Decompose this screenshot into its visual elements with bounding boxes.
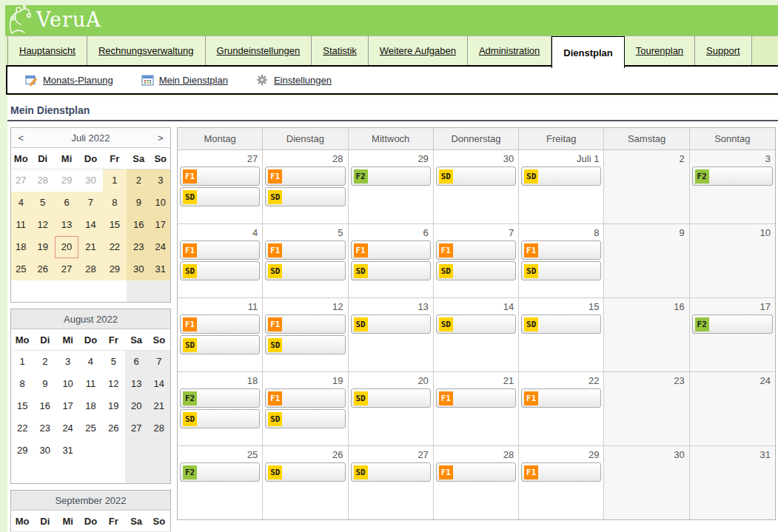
- mini-day-cell[interactable]: 23: [127, 236, 150, 258]
- shift-entry[interactable]: F2: [692, 314, 773, 334]
- shift-entry[interactable]: SD: [265, 462, 345, 482]
- shift-entry[interactable]: SD: [265, 261, 345, 280]
- shift-entry[interactable]: SD: [265, 335, 345, 354]
- mini-day-cell[interactable]: 23: [33, 417, 56, 440]
- mini-day-cell[interactable]: 22: [11, 417, 34, 440]
- next-month-button[interactable]: >: [151, 128, 171, 148]
- shift-entry[interactable]: F1: [265, 166, 345, 186]
- mini-day-cell[interactable]: 13: [125, 373, 148, 395]
- mini-day-cell[interactable]: 24: [56, 417, 79, 440]
- shift-entry[interactable]: SD: [436, 261, 516, 280]
- mini-day-cell[interactable]: 18: [11, 236, 31, 258]
- shift-entry[interactable]: SD: [265, 187, 345, 206]
- shift-entry[interactable]: F2: [692, 166, 773, 186]
- shift-entry[interactable]: F1: [436, 462, 516, 482]
- shift-entry[interactable]: SD: [351, 388, 431, 408]
- mini-day-cell[interactable]: 20: [125, 395, 148, 417]
- mini-day-cell[interactable]: 1: [103, 169, 127, 192]
- mini-day-cell[interactable]: 4: [79, 351, 102, 373]
- mini-day-cell[interactable]: 12: [102, 373, 125, 395]
- mini-day-cell[interactable]: 5: [102, 351, 125, 373]
- mini-day-cell[interactable]: 22: [103, 236, 127, 258]
- mini-day-cell[interactable]: 16: [127, 214, 150, 236]
- mini-day-cell[interactable]: 27: [11, 169, 31, 192]
- shift-entry[interactable]: F1: [521, 240, 601, 260]
- shift-entry[interactable]: F2: [351, 166, 431, 186]
- mini-day-cell[interactable]: 10: [56, 373, 79, 395]
- mini-day-cell[interactable]: 10: [151, 192, 171, 214]
- tab-support[interactable]: Support: [695, 36, 752, 65]
- mini-day-cell[interactable]: 6: [55, 192, 78, 214]
- mini-day-cell[interactable]: 12: [31, 214, 55, 236]
- shift-entry[interactable]: F1: [265, 240, 345, 260]
- subnav-item-einstellungen[interactable]: Einstellungen: [256, 74, 332, 87]
- tab-hauptansicht[interactable]: Hauptansicht: [7, 36, 87, 65]
- tab-weitere-aufgaben[interactable]: Weitere Aufgaben: [369, 36, 468, 65]
- mini-day-cell[interactable]: 29: [103, 258, 127, 280]
- mini-day-cell[interactable]: 25: [79, 417, 102, 440]
- tab-dienstplan[interactable]: Dienstplan: [551, 36, 624, 68]
- mini-day-cell[interactable]: 7: [78, 192, 102, 214]
- shift-entry[interactable]: SD: [521, 261, 601, 280]
- shift-entry[interactable]: SD: [180, 261, 260, 280]
- mini-day-cell[interactable]: 9: [33, 373, 56, 395]
- tab-grundeinstellungen[interactable]: Grundeinstellungen: [206, 36, 312, 65]
- mini-day-cell[interactable]: 4: [11, 192, 31, 214]
- tab-administration[interactable]: Administration: [468, 36, 551, 65]
- mini-day-cell[interactable]: 18: [79, 395, 102, 417]
- mini-day-cell[interactable]: 27: [125, 417, 148, 440]
- mini-day-cell[interactable]: 21: [148, 395, 171, 417]
- shift-entry[interactable]: F1: [521, 462, 601, 482]
- subnav-item-monats-planung[interactable]: Monats-Planung: [25, 74, 113, 87]
- shift-entry[interactable]: SD: [351, 261, 431, 280]
- mini-day-cell[interactable]: 11: [79, 373, 102, 395]
- mini-day-cell[interactable]: 26: [31, 258, 55, 280]
- mini-day-cell[interactable]: 1: [11, 351, 34, 373]
- mini-day-cell[interactable]: 8: [11, 373, 34, 395]
- shift-entry[interactable]: F1: [436, 240, 516, 260]
- mini-day-cell[interactable]: 15: [11, 395, 34, 417]
- mini-day-cell[interactable]: 28: [78, 258, 102, 280]
- shift-entry[interactable]: SD: [265, 409, 345, 428]
- shift-entry[interactable]: F1: [351, 240, 431, 260]
- shift-entry[interactable]: SD: [436, 166, 516, 186]
- shift-entry[interactable]: F1: [180, 240, 260, 260]
- mini-day-cell[interactable]: 8: [103, 192, 127, 214]
- mini-day-cell[interactable]: 9: [127, 192, 150, 214]
- mini-day-cell[interactable]: 21: [78, 236, 102, 258]
- tab-rechnungsverwaltung[interactable]: Rechnungsverwaltung: [87, 36, 206, 65]
- mini-day-cell[interactable]: 16: [33, 395, 56, 417]
- shift-entry[interactable]: F1: [180, 166, 260, 186]
- tab-statistik[interactable]: Statistik: [312, 36, 369, 65]
- mini-day-today[interactable]: 20: [55, 236, 78, 258]
- mini-day-cell[interactable]: 6: [125, 351, 148, 373]
- mini-day-cell[interactable]: 11: [11, 214, 31, 236]
- subnav-item-mein-dienstplan[interactable]: Mein Dienstplan: [141, 74, 228, 87]
- shift-entry[interactable]: SD: [436, 314, 516, 334]
- mini-day-cell[interactable]: 5: [31, 192, 55, 214]
- mini-day-cell[interactable]: 25: [11, 258, 31, 280]
- mini-day-cell[interactable]: 19: [102, 395, 125, 417]
- tab-tourenplan[interactable]: Tourenplan: [625, 36, 695, 65]
- mini-day-cell[interactable]: 30: [127, 258, 150, 280]
- shift-entry[interactable]: SD: [180, 335, 260, 354]
- mini-day-cell[interactable]: 2: [127, 169, 150, 192]
- shift-entry[interactable]: F2: [180, 462, 260, 482]
- shift-entry[interactable]: SD: [521, 314, 601, 334]
- mini-day-cell[interactable]: 31: [151, 258, 171, 280]
- mini-day-cell[interactable]: 28: [31, 169, 55, 192]
- shift-entry[interactable]: SD: [180, 409, 260, 428]
- shift-entry[interactable]: SD: [351, 462, 431, 482]
- mini-day-cell[interactable]: 26: [102, 417, 125, 440]
- mini-day-cell[interactable]: 17: [56, 395, 79, 417]
- mini-day-cell[interactable]: 15: [103, 214, 127, 236]
- shift-entry[interactable]: SD: [521, 166, 601, 186]
- shift-entry[interactable]: F2: [180, 388, 260, 408]
- shift-entry[interactable]: SD: [180, 187, 260, 206]
- mini-day-cell[interactable]: 29: [11, 440, 34, 462]
- shift-entry[interactable]: F1: [521, 388, 601, 408]
- mini-day-cell[interactable]: 27: [55, 258, 78, 280]
- mini-day-cell[interactable]: 29: [55, 169, 78, 192]
- mini-day-cell[interactable]: 30: [78, 169, 102, 192]
- mini-day-cell[interactable]: 2: [33, 351, 56, 373]
